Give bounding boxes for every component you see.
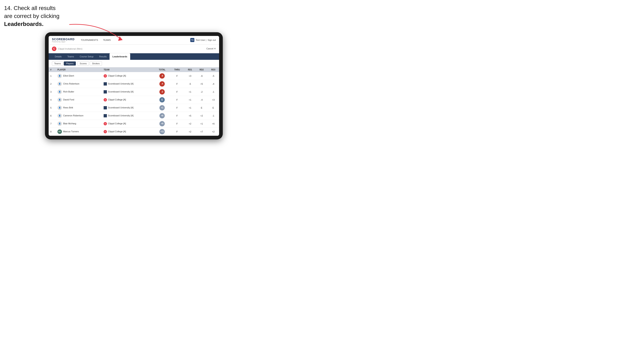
cell-thru: F <box>170 120 184 128</box>
cell-rd1: -5 <box>184 80 196 88</box>
table-row: 3👤Rich ButlerScoreboard University [A]-2… <box>49 88 219 96</box>
score-badge: +6 <box>160 113 165 118</box>
cell-rd1: +1 <box>184 104 196 112</box>
cell-player: 👤Rich Butler <box>56 88 102 96</box>
cell-team: Scoreboard University [A] <box>102 80 154 88</box>
team-logo-sb <box>104 90 107 94</box>
table-row: 7👤Blair McHargCClippd College [A]+9F+2+1… <box>49 120 219 128</box>
score-badge: +9 <box>160 121 165 126</box>
player-avatar: 👤 <box>58 106 62 110</box>
cell-thru: F <box>170 80 184 88</box>
cell-rd3: E <box>208 104 219 112</box>
cell-thru: F <box>170 104 184 112</box>
player-avatar: 👤 <box>58 82 62 86</box>
col-team: TEAM <box>102 67 154 72</box>
cell-team: Scoreboard University [A] <box>102 88 154 96</box>
col-player: PLAYER <box>56 67 102 72</box>
team-logo-clippd: C <box>104 122 107 125</box>
tournament-subtitle: (Men) <box>76 48 82 50</box>
cell-rd2: -6 <box>196 72 208 80</box>
player-avatar: 👤 <box>58 114 62 118</box>
filter-players-button[interactable]: Players <box>64 61 76 65</box>
cell-rd1: +5 <box>184 112 196 120</box>
cell-player: 👤Rees Britt <box>56 104 102 112</box>
cell-total: +11 <box>154 128 170 136</box>
cell-total: +1 <box>154 104 170 112</box>
cell-total: E <box>154 96 170 104</box>
score-badge: +1 <box>160 105 165 110</box>
player-avatar: 👤 <box>58 98 62 102</box>
cell-thru: F <box>170 88 184 96</box>
player-avatar: MT <box>58 129 62 134</box>
cell-rd2: E <box>196 104 208 112</box>
cell-rd2: +2 <box>196 112 208 120</box>
cell-rd3: +6 <box>208 120 219 128</box>
tab-details[interactable]: Details <box>52 53 64 60</box>
cell-rd1: +1 <box>184 88 196 96</box>
tab-leaderboards[interactable]: Leaderboards <box>110 53 130 60</box>
tab-results[interactable]: Results <box>96 53 110 60</box>
cell-rd3: +2 <box>208 128 219 136</box>
team-logo-clippd: C <box>104 74 107 78</box>
cell-team: CClippd College [A] <box>102 120 154 128</box>
col-rank: # <box>49 67 56 72</box>
cell-rank: 7 <box>49 120 56 128</box>
filter-teams-button[interactable]: Teams <box>52 61 63 65</box>
tablet-screen: SCOREBOARD Powered by clippd TOURNAMENTS… <box>49 36 219 136</box>
cell-rd2: +1 <box>196 120 208 128</box>
table-row: 4👤David FordCClippd College [A]EF+1-4+3 <box>49 96 219 104</box>
cell-player: 👤Blair McHarg <box>56 120 102 128</box>
cell-rank: 1 <box>49 72 56 80</box>
cell-player: 👤Cameron Robertson <box>56 112 102 120</box>
tablet-device: SCOREBOARD Powered by clippd TOURNAMENTS… <box>45 32 223 139</box>
cell-rank: 5 <box>49 104 56 112</box>
sign-out-link[interactable]: Sign out <box>208 39 216 41</box>
table-row: 5👤Rees BrittScoreboard University [A]+1F… <box>49 104 219 112</box>
score-badge: -2 <box>160 89 165 95</box>
logo-area: SCOREBOARD Powered by clippd <box>52 37 74 43</box>
cell-thru: F <box>170 128 184 136</box>
cell-thru: F <box>170 72 184 80</box>
tab-teams[interactable]: Teams <box>64 53 77 60</box>
nav-tournaments[interactable]: TOURNAMENTS <box>79 38 100 42</box>
team-logo-sb <box>104 114 107 117</box>
tab-course-setup[interactable]: Course Setup <box>77 53 96 60</box>
cell-rd2: -4 <box>196 96 208 104</box>
cell-rd3: -4 <box>208 80 219 88</box>
cell-rank: 8 <box>49 128 56 136</box>
cell-thru: F <box>170 112 184 120</box>
tournament-logo: C <box>52 46 56 51</box>
cell-rd2: +5 <box>196 80 208 88</box>
cell-team: Scoreboard University [A] <box>102 104 154 112</box>
team-logo-sb <box>104 106 107 109</box>
nav-teams[interactable]: TEAMS <box>101 38 113 42</box>
col-rd1: RD1 <box>184 67 196 72</box>
cell-team: CClippd College [A] <box>102 128 154 136</box>
table-row: 6👤Cameron RobertsonScoreboard University… <box>49 112 219 120</box>
cell-team: CClippd College [A] <box>102 72 154 80</box>
page-wrapper: 14. Check all results are correct by cli… <box>4 4 640 139</box>
cell-thru: F <box>170 96 184 104</box>
cell-team: CClippd College [A] <box>102 96 154 104</box>
instruction-line3: Leaderboards. <box>4 21 44 27</box>
nav-links: TOURNAMENTS TEAMS <box>79 38 190 42</box>
logo-title: SCOREBOARD <box>52 37 74 41</box>
cancel-button[interactable]: Cancel ✕ <box>206 47 216 50</box>
filter-strokes-button[interactable]: Strokes <box>90 61 102 65</box>
cell-total: +9 <box>154 120 170 128</box>
cell-total: -8 <box>154 72 170 80</box>
cell-rd1: +2 <box>184 120 196 128</box>
cell-team: Scoreboard University [A] <box>102 112 154 120</box>
user-label: Test User | <box>196 39 206 41</box>
cell-player: 👤Elliot Ebert <box>56 72 102 80</box>
cell-rd2: -2 <box>196 88 208 96</box>
tournament-title: Clippd Invitational (Men) <box>58 47 206 50</box>
player-avatar: 👤 <box>58 74 62 78</box>
user-avatar-icon: TU <box>190 38 194 42</box>
table-row: 1👤Elliot EbertCClippd College [A]-8F+3-6… <box>49 72 219 80</box>
filter-scores-button[interactable]: Scores <box>78 61 89 65</box>
col-thru: THRU <box>170 67 184 72</box>
col-total: TOTAL <box>154 67 170 72</box>
cell-rd3: +3 <box>208 96 219 104</box>
tabs-bar: Details Teams Course Setup Results Leade… <box>49 53 219 60</box>
